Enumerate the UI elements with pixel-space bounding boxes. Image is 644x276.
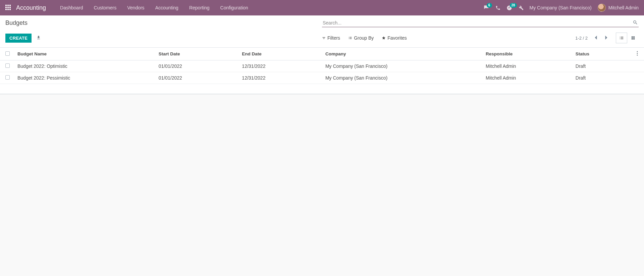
row-checkbox[interactable] [5, 63, 10, 68]
cell-start[interactable]: 01/01/2022 [156, 60, 239, 72]
star-icon [382, 36, 386, 40]
control-panel: Budgets Create Filters [0, 15, 644, 48]
phone-icon [495, 5, 500, 10]
cell-name[interactable]: Budget 2022: Optimistic [15, 60, 156, 72]
cell-end[interactable]: 12/31/2022 [239, 60, 323, 72]
svg-point-2 [637, 55, 638, 56]
cell-responsible[interactable]: Mitchell Admin [483, 60, 573, 72]
import-button[interactable] [36, 35, 41, 41]
col-header-start[interactable]: Start Date [156, 48, 239, 60]
table-row[interactable]: Budget 2022: Optimistic01/01/202212/31/2… [0, 60, 644, 72]
search-bar [322, 19, 639, 27]
table-row[interactable]: Budget 2022: Pessimistic01/01/202212/31/… [0, 72, 644, 84]
company-switcher[interactable]: My Company (San Francisco) [530, 5, 592, 10]
cell-blank [631, 72, 644, 84]
user-menu[interactable]: Mitchell Admin [598, 4, 639, 12]
cell-company[interactable]: My Company (San Francisco) [323, 60, 483, 72]
col-header-responsible[interactable]: Responsible [483, 48, 573, 60]
cell-end[interactable]: 12/31/2022 [239, 72, 323, 84]
avatar-icon [598, 4, 606, 12]
optional-columns-button[interactable] [631, 48, 644, 60]
kanban-view-button[interactable] [627, 33, 639, 43]
favorites-dropdown[interactable]: Favorites [382, 35, 407, 41]
search-icon[interactable] [632, 19, 639, 27]
user-name-label: Mitchell Admin [608, 5, 639, 10]
search-input[interactable] [322, 19, 632, 27]
pager-prev-button[interactable] [592, 34, 600, 42]
cell-start[interactable]: 01/01/2022 [156, 72, 239, 84]
cell-status[interactable]: Draft [573, 60, 631, 72]
menu-customers[interactable]: Customers [89, 0, 122, 15]
list-view-button[interactable] [616, 33, 627, 43]
kanban-view-icon [631, 36, 636, 40]
pager-next-button[interactable] [602, 34, 610, 42]
col-header-company[interactable]: Company [323, 48, 483, 60]
list-footer-blank [0, 84, 644, 94]
groupby-label: Group By [354, 35, 374, 41]
filters-label: Filters [327, 35, 340, 41]
menu-configuration[interactable]: Configuration [215, 0, 254, 15]
list-view-icon [619, 36, 624, 40]
activities-badge: 28 [510, 3, 517, 8]
row-checkbox[interactable] [5, 75, 10, 80]
debug-button[interactable] [518, 5, 524, 10]
cell-company[interactable]: My Company (San Francisco) [323, 72, 483, 84]
funnel-icon [322, 36, 326, 40]
cell-name[interactable]: Budget 2022: Pessimistic [15, 72, 156, 84]
list-view: Budget Name Start Date End Date Company … [0, 48, 644, 94]
download-icon [36, 35, 41, 40]
groupby-dropdown[interactable]: Group By [348, 35, 374, 41]
wrench-icon [518, 5, 524, 10]
chevron-left-icon [594, 35, 597, 40]
cell-blank [631, 60, 644, 72]
col-header-status[interactable]: Status [573, 48, 631, 60]
menu-dashboard[interactable]: Dashboard [55, 0, 89, 15]
svg-point-1 [637, 53, 638, 54]
favorites-label: Favorites [387, 35, 407, 41]
menu-reporting[interactable]: Reporting [184, 0, 215, 15]
menu-accounting[interactable]: Accounting [150, 0, 184, 15]
cell-responsible[interactable]: Mitchell Admin [483, 72, 573, 84]
messages-button[interactable]: 6 [483, 5, 489, 10]
apps-menu-icon[interactable] [5, 5, 11, 11]
select-all-checkbox[interactable] [5, 51, 10, 56]
filters-dropdown[interactable]: Filters [322, 35, 340, 41]
create-button[interactable]: Create [5, 34, 32, 43]
messages-badge: 6 [487, 3, 492, 8]
main-menu: Dashboard Customers Vendors Accounting R… [55, 0, 254, 15]
pager-text[interactable]: 1-2 / 2 [573, 36, 590, 41]
col-header-name[interactable]: Budget Name [15, 48, 156, 60]
kebab-icon [637, 51, 638, 56]
list-icon [348, 36, 352, 40]
svg-point-0 [637, 51, 638, 52]
col-header-end[interactable]: End Date [239, 48, 323, 60]
breadcrumb: Budgets [5, 19, 322, 27]
chevron-right-icon [605, 35, 608, 40]
cell-status[interactable]: Draft [573, 72, 631, 84]
phone-button[interactable] [495, 5, 500, 10]
app-brand[interactable]: Accounting [16, 4, 46, 11]
activities-button[interactable]: 28 [506, 5, 512, 11]
top-navbar: Accounting Dashboard Customers Vendors A… [0, 0, 644, 15]
menu-vendors[interactable]: Vendors [122, 0, 150, 15]
